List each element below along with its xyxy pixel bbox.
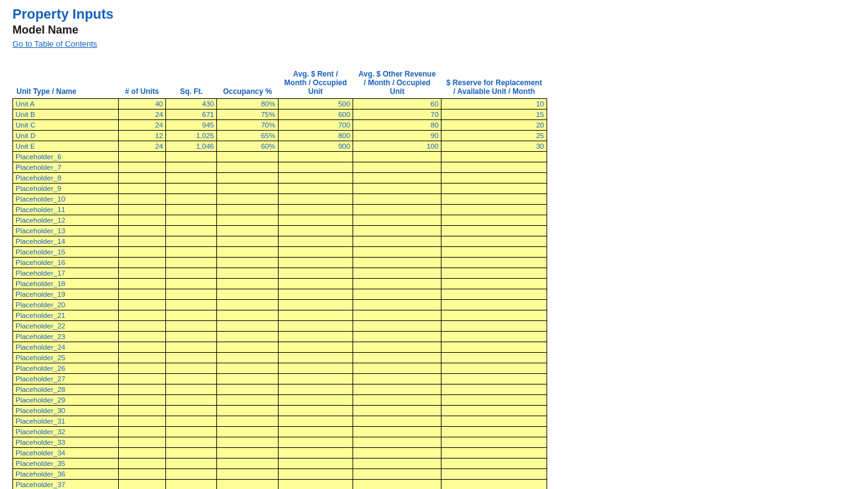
cell-occupancy[interactable]	[217, 459, 278, 469]
cell-sq-ft[interactable]	[166, 395, 217, 406]
cell-reserve[interactable]	[441, 395, 547, 406]
cell-occupancy[interactable]: 70%	[217, 120, 278, 131]
cell-unit-type[interactable]: Placeholder_17	[13, 268, 119, 279]
cell-sq-ft[interactable]	[166, 162, 217, 173]
cell-unit-type[interactable]: Placeholder_29	[13, 395, 119, 406]
cell-num-units[interactable]	[118, 215, 166, 226]
cell-occupancy[interactable]	[217, 152, 278, 162]
cell-reserve[interactable]	[441, 374, 547, 384]
cell-sq-ft[interactable]	[166, 374, 217, 384]
cell-unit-type[interactable]: Placeholder_28	[13, 384, 119, 395]
cell-sq-ft[interactable]	[166, 448, 217, 459]
cell-unit-type[interactable]: Placeholder_24	[13, 342, 119, 353]
cell-unit-type[interactable]: Placeholder_31	[13, 416, 119, 427]
cell-num-units[interactable]: 24	[118, 109, 166, 120]
cell-reserve[interactable]	[441, 321, 547, 332]
cell-unit-type[interactable]: Placeholder_25	[13, 353, 119, 363]
cell-occupancy[interactable]	[217, 469, 278, 480]
cell-num-units[interactable]	[118, 342, 166, 353]
cell-avg-rent[interactable]: 900	[278, 141, 353, 152]
cell-avg-other[interactable]	[353, 194, 441, 205]
cell-avg-rent[interactable]	[278, 332, 353, 342]
cell-num-units[interactable]	[118, 406, 166, 416]
cell-sq-ft[interactable]	[166, 406, 217, 416]
cell-num-units[interactable]	[118, 194, 166, 205]
cell-unit-type[interactable]: Placeholder_27	[13, 374, 119, 384]
cell-num-units[interactable]	[118, 448, 166, 459]
cell-reserve[interactable]	[441, 205, 547, 215]
cell-avg-rent[interactable]	[278, 226, 353, 236]
cell-avg-rent[interactable]: 800	[278, 131, 353, 141]
cell-reserve[interactable]	[441, 162, 547, 173]
cell-avg-rent[interactable]	[278, 406, 353, 416]
cell-unit-type[interactable]: Placeholder_22	[13, 321, 119, 332]
cell-sq-ft[interactable]	[166, 173, 217, 184]
cell-reserve[interactable]	[441, 480, 547, 490]
cell-avg-rent[interactable]	[278, 194, 353, 205]
cell-avg-other[interactable]: 80	[353, 120, 441, 131]
cell-occupancy[interactable]	[217, 194, 278, 205]
cell-occupancy[interactable]	[217, 342, 278, 353]
cell-occupancy[interactable]	[217, 247, 278, 258]
cell-sq-ft[interactable]	[166, 353, 217, 363]
cell-avg-other[interactable]	[353, 162, 441, 173]
cell-occupancy[interactable]	[217, 236, 278, 247]
cell-avg-rent[interactable]	[278, 268, 353, 279]
cell-unit-type[interactable]: Placeholder_19	[13, 289, 119, 300]
cell-avg-rent[interactable]	[278, 236, 353, 247]
cell-reserve[interactable]: 25	[441, 131, 547, 141]
cell-reserve[interactable]	[441, 289, 547, 300]
cell-avg-rent[interactable]	[278, 374, 353, 384]
cell-unit-type[interactable]: Placeholder_35	[13, 459, 119, 469]
cell-avg-rent[interactable]	[278, 258, 353, 268]
cell-unit-type[interactable]: Placeholder_13	[13, 226, 119, 236]
cell-occupancy[interactable]: 65%	[217, 131, 278, 141]
cell-avg-other[interactable]	[353, 205, 441, 215]
cell-sq-ft[interactable]	[166, 427, 217, 437]
cell-occupancy[interactable]	[217, 416, 278, 427]
cell-sq-ft[interactable]	[166, 459, 217, 469]
cell-num-units[interactable]	[118, 384, 166, 395]
cell-occupancy[interactable]	[217, 268, 278, 279]
cell-num-units[interactable]	[118, 162, 166, 173]
cell-avg-rent[interactable]	[278, 363, 353, 374]
cell-avg-other[interactable]	[353, 215, 441, 226]
cell-occupancy[interactable]: 60%	[217, 141, 278, 152]
cell-unit-type[interactable]: Placeholder_36	[13, 469, 119, 480]
cell-avg-other[interactable]	[353, 236, 441, 247]
cell-num-units[interactable]	[118, 480, 166, 490]
cell-unit-type[interactable]: Placeholder_23	[13, 332, 119, 342]
cell-sq-ft[interactable]	[166, 205, 217, 215]
cell-num-units[interactable]	[118, 289, 166, 300]
cell-reserve[interactable]	[441, 363, 547, 374]
cell-avg-other[interactable]	[353, 363, 441, 374]
cell-num-units[interactable]	[118, 437, 166, 448]
cell-avg-other[interactable]	[353, 268, 441, 279]
cell-num-units[interactable]	[118, 184, 166, 194]
cell-avg-other[interactable]	[353, 321, 441, 332]
cell-unit-type[interactable]: Placeholder_32	[13, 427, 119, 437]
cell-unit-type[interactable]: Unit B	[13, 109, 119, 120]
cell-occupancy[interactable]	[217, 406, 278, 416]
cell-sq-ft[interactable]	[166, 363, 217, 374]
cell-num-units[interactable]	[118, 427, 166, 437]
cell-sq-ft[interactable]	[166, 152, 217, 162]
cell-num-units[interactable]: 24	[118, 120, 166, 131]
cell-avg-rent[interactable]	[278, 448, 353, 459]
cell-unit-type[interactable]: Placeholder_33	[13, 437, 119, 448]
cell-reserve[interactable]	[441, 384, 547, 395]
cell-unit-type[interactable]: Placeholder_30	[13, 406, 119, 416]
cell-num-units[interactable]	[118, 268, 166, 279]
cell-sq-ft[interactable]	[166, 342, 217, 353]
cell-occupancy[interactable]	[217, 332, 278, 342]
cell-reserve[interactable]	[441, 459, 547, 469]
cell-occupancy[interactable]	[217, 173, 278, 184]
cell-sq-ft[interactable]	[166, 184, 217, 194]
cell-avg-other[interactable]: 90	[353, 131, 441, 141]
cell-reserve[interactable]: 10	[441, 99, 547, 109]
cell-unit-type[interactable]: Placeholder_15	[13, 247, 119, 258]
cell-reserve[interactable]	[441, 342, 547, 353]
cell-sq-ft[interactable]	[166, 332, 217, 342]
cell-sq-ft[interactable]	[166, 321, 217, 332]
cell-avg-other[interactable]	[353, 427, 441, 437]
